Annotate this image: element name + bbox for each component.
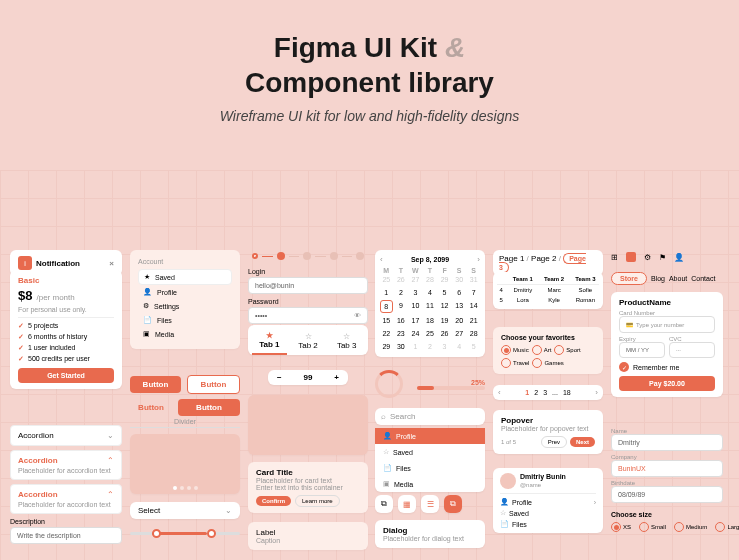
tab-1[interactable]: ★Tab 1 [252,331,287,355]
page-number[interactable]: 3 [543,389,547,396]
calendar-day[interactable]: 5 [438,287,451,298]
grid-icon[interactable]: ⊞ [611,253,618,262]
tab-2[interactable]: ☆Tab 2 [291,332,326,354]
copy-button[interactable]: ⧉ [375,495,393,513]
calendar-day[interactable]: 26 [438,328,451,339]
calendar-day[interactable]: 17 [409,315,422,326]
accordion-item[interactable]: Accordion⌄ [10,425,122,446]
company-input[interactable]: BuninUX [611,460,723,477]
eye-icon[interactable]: 👁 [354,312,361,319]
account-item[interactable]: ★Saved [138,269,232,285]
search-input[interactable]: ⌕Search [375,408,485,425]
list-button[interactable]: ☰ [421,495,439,513]
breadcrumb-item[interactable]: Page 2 [531,254,556,263]
calendar-day[interactable]: 19 [438,315,451,326]
calendar-day[interactable]: 12 [438,300,451,313]
nav-item[interactable]: Blog [651,275,665,282]
page-number[interactable]: 2 [534,389,538,396]
page-number[interactable]: 18 [563,389,571,396]
checkbox-checked[interactable]: ✓ [619,362,629,372]
calendar-day[interactable]: 8 [380,300,393,313]
calendar-day[interactable]: 18 [424,315,437,326]
carousel-placeholder[interactable] [130,434,240,494]
calendar-next[interactable]: › [477,255,480,264]
carousel-dot[interactable] [173,486,177,490]
menu-item[interactable]: ☆Saved [375,444,485,460]
carousel-dot[interactable] [180,486,184,490]
square-icon[interactable] [626,252,636,262]
tab-3[interactable]: ☆Tab 3 [329,332,364,354]
size-option[interactable]: Small [639,522,666,532]
calendar-day[interactable]: 25 [380,274,393,285]
grid-button[interactable]: ▦ [398,495,416,513]
calendar-day[interactable]: 6 [453,287,466,298]
calendar-day[interactable]: 22 [380,328,393,339]
learn-more-button[interactable]: Learn more [295,495,340,507]
page-number[interactable]: ... [552,389,558,396]
prev-button[interactable]: Prev [541,436,567,448]
calendar-day[interactable]: 1 [409,341,422,352]
menu-item-profile[interactable]: 👤Profile [375,428,485,444]
slider[interactable] [130,528,240,540]
calendar-day[interactable]: 1 [380,287,393,298]
card-number-input[interactable]: 💳Type your number [619,316,715,333]
calendar-day[interactable]: 29 [380,341,393,352]
description-input[interactable]: Write the description [10,527,122,544]
account-item[interactable]: 👤Profile [138,285,232,299]
calendar-day[interactable]: 9 [395,300,408,313]
expiry-input[interactable]: MM / YY [619,342,665,358]
cvc-input[interactable]: ··· [669,342,715,358]
calendar-day[interactable]: 25 [424,328,437,339]
calendar-day[interactable]: 16 [395,315,408,326]
next-button[interactable]: Next [570,437,595,447]
minus-button[interactable]: − [271,373,288,382]
confirm-button[interactable]: Confirm [256,496,291,506]
password-input[interactable]: •••••👁 [248,307,368,324]
nav-item[interactable]: About [669,275,687,282]
calendar-day[interactable]: 10 [409,300,422,313]
carousel-dot[interactable] [187,486,191,490]
slider-handle[interactable] [207,529,216,538]
calendar-day[interactable]: 28 [467,328,480,339]
menu-item[interactable]: 📄Files [375,460,485,476]
chip[interactable]: Games [532,358,563,368]
calendar-prev[interactable]: ‹ [380,255,383,264]
size-option[interactable]: Large [715,522,739,532]
calendar-day[interactable]: 5 [467,341,480,352]
user-menu-files[interactable]: 📄Files [500,520,596,528]
calendar-day[interactable]: 28 [424,274,437,285]
pay-button[interactable]: Pay $20.00 [619,376,715,391]
calendar-day[interactable]: 23 [395,328,408,339]
calendar-day[interactable]: 2 [395,287,408,298]
primary-button[interactable]: Button [130,376,181,393]
secondary-button[interactable]: Button [187,375,240,394]
account-item[interactable]: 📄Files [138,313,232,327]
account-item[interactable]: ▣Media [138,327,232,341]
calendar-day[interactable]: 7 [467,287,480,298]
nav-item[interactable]: Store [611,272,647,285]
accordion-item[interactable]: Accordion⌃ Placeholder for accordion tex… [10,484,122,514]
calendar-day[interactable]: 15 [380,315,393,326]
close-icon[interactable]: × [109,259,114,268]
user-icon[interactable]: 👤 [674,253,684,262]
page-number[interactable]: 1 [525,389,529,396]
name-input[interactable]: Dmitriy [611,434,723,451]
add-button[interactable]: ⧉ [444,495,462,513]
chip[interactable]: Travel [501,358,529,368]
calendar-day[interactable]: 30 [395,341,408,352]
text-button[interactable]: Button [130,403,172,412]
calendar-day[interactable]: 13 [453,300,466,313]
calendar-day[interactable]: 2 [424,341,437,352]
plus-button[interactable]: + [328,373,345,382]
calendar-day[interactable]: 4 [453,341,466,352]
gear-icon[interactable]: ⚙ [644,253,651,262]
flag-icon[interactable]: ⚑ [659,253,666,262]
select-dropdown[interactable]: Select ⌄ [130,502,240,519]
calendar-day[interactable]: 27 [409,274,422,285]
size-option[interactable]: Medium [674,522,707,532]
calendar-day[interactable]: 4 [424,287,437,298]
slider-handle[interactable] [152,529,161,538]
size-option[interactable]: XS [611,522,631,532]
calendar-day[interactable]: 3 [438,341,451,352]
calendar-day[interactable]: 31 [467,274,480,285]
